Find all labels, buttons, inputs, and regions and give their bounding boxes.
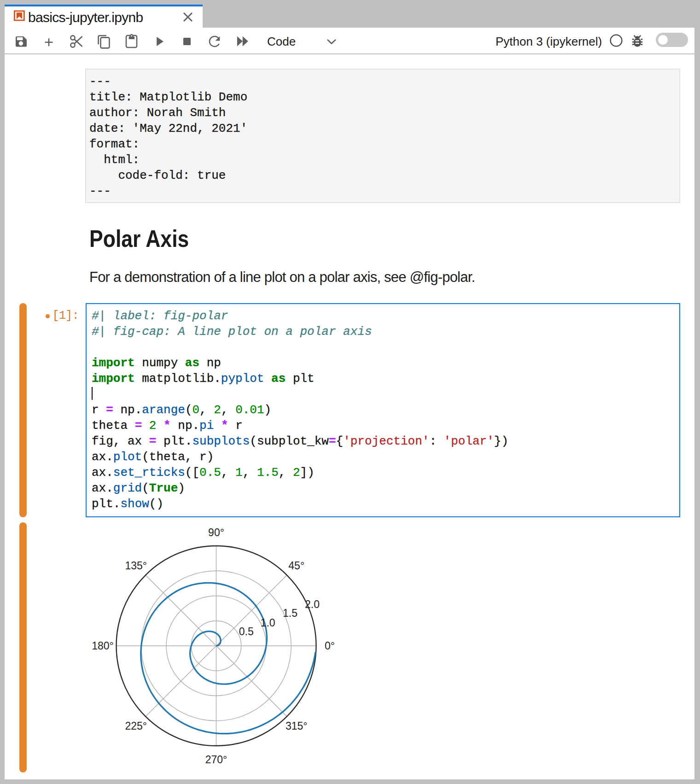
svg-text:90°: 90° bbox=[208, 527, 224, 538]
svg-text:315°: 315° bbox=[286, 720, 308, 732]
svg-text:135°: 135° bbox=[125, 560, 147, 572]
svg-text:0°: 0° bbox=[325, 640, 335, 652]
svg-text:1.5: 1.5 bbox=[283, 607, 298, 619]
svg-text:180°: 180° bbox=[92, 640, 114, 652]
svg-text:45°: 45° bbox=[288, 560, 304, 572]
svg-text:270°: 270° bbox=[205, 754, 228, 766]
svg-text:225°: 225° bbox=[125, 720, 147, 732]
svg-text:1.0: 1.0 bbox=[261, 617, 275, 629]
svg-text:0.5: 0.5 bbox=[239, 626, 254, 638]
svg-text:2.0: 2.0 bbox=[305, 598, 320, 610]
